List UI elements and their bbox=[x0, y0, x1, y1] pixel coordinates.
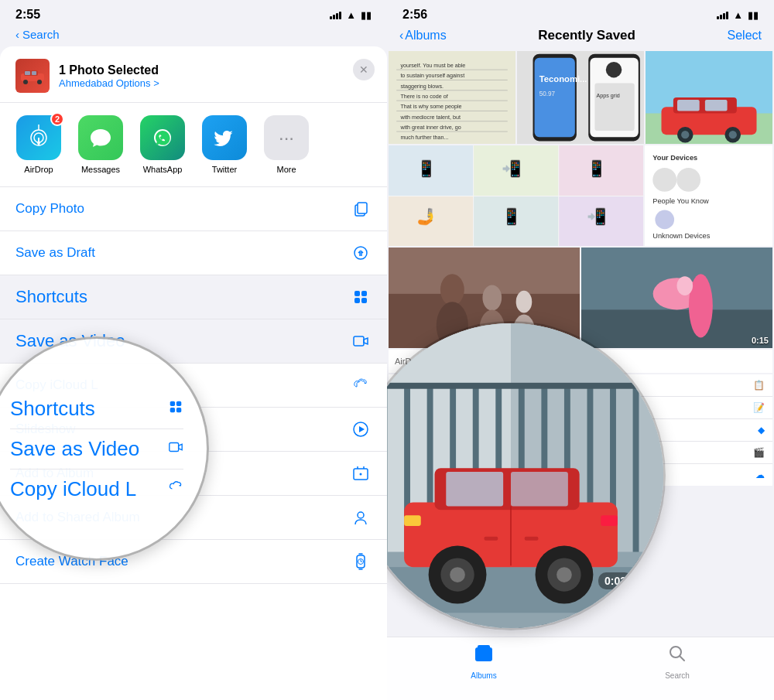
svg-text:much further than...: much further than... bbox=[400, 135, 448, 141]
svg-point-14 bbox=[354, 247, 367, 259]
sm-copy-photo-icon: 📋 bbox=[753, 380, 765, 391]
save-draft-label: Save as Draft bbox=[15, 245, 95, 261]
svg-text:🤳: 🤳 bbox=[416, 207, 437, 227]
svg-rect-125 bbox=[446, 472, 503, 506]
bar1 bbox=[330, 16, 332, 19]
svg-text:There is no code of: There is no code of bbox=[400, 94, 447, 100]
photo-red-car-top[interactable] bbox=[646, 51, 772, 144]
svg-rect-4 bbox=[25, 71, 30, 75]
svg-rect-54 bbox=[535, 58, 575, 138]
photo-notebook[interactable]: yourself. You must be able to sustain yo… bbox=[389, 51, 515, 144]
svg-rect-67 bbox=[705, 100, 728, 111]
svg-text:That is why some people: That is why some people bbox=[400, 104, 461, 110]
airdrop-panel-svg: Your Devices People You Know Unknown Dev… bbox=[645, 145, 772, 246]
copy-photo-item[interactable]: Copy Photo bbox=[0, 187, 387, 231]
mag-icloud-label: Copy iCloud L bbox=[10, 477, 136, 501]
right-wifi-icon: ▲ bbox=[733, 9, 743, 21]
phone-mockup-svg: Teconomi... 50.97 Apps grid bbox=[517, 51, 644, 144]
mag-savevideo-label: Save as Video bbox=[10, 437, 139, 461]
twitter-icon bbox=[211, 125, 238, 151]
left-status-icons: ▲ ▮▮ bbox=[330, 9, 372, 21]
share-title: 1 Photo Selected bbox=[59, 63, 159, 77]
airdrop-icon-container: 2 bbox=[16, 115, 61, 160]
svg-point-96 bbox=[482, 285, 502, 311]
photo-airdrop-panel[interactable]: Your Devices People You Know Unknown Dev… bbox=[645, 145, 772, 246]
svg-text:with great inner drive, go: with great inner drive, go bbox=[399, 125, 461, 131]
back-chevron: ‹ bbox=[15, 28, 19, 41]
photo-row-2: 📱 📲 📱 🤳 📱 📲 Your Devices People You Know bbox=[389, 145, 772, 246]
svg-text:with mediocre talent, but: with mediocre talent, but bbox=[399, 114, 461, 121]
svg-point-90 bbox=[656, 210, 675, 230]
whatsapp-label: WhatsApp bbox=[143, 165, 183, 174]
svg-text:📱: 📱 bbox=[502, 207, 522, 227]
app-item-more[interactable]: ··· More bbox=[263, 115, 310, 174]
svg-rect-136 bbox=[485, 537, 498, 541]
tab-albums[interactable]: Albums bbox=[387, 644, 580, 680]
right-status-icons: ▲ ▮▮ bbox=[717, 9, 759, 21]
magnifier-content: Shortcuts Save as Video bbox=[0, 389, 207, 509]
car-video-duration: 0:03 bbox=[598, 572, 632, 589]
svg-point-129 bbox=[450, 567, 465, 582]
left-back-nav[interactable]: ‹ Search bbox=[0, 25, 387, 47]
svg-rect-34 bbox=[170, 442, 179, 451]
copy-photo-label: Copy Photo bbox=[15, 201, 84, 217]
svg-marker-22 bbox=[359, 426, 365, 432]
left-panel: 2:55 ▲ ▮▮ ‹ Search bbox=[0, 0, 387, 700]
car-thumbnail-icon bbox=[18, 67, 47, 84]
whatsapp-icon-container bbox=[140, 115, 185, 160]
svg-point-94 bbox=[440, 274, 464, 306]
bar2 bbox=[333, 15, 335, 19]
svg-point-69 bbox=[681, 131, 689, 138]
bird-video-duration: 0:15 bbox=[752, 336, 769, 345]
svg-rect-120 bbox=[387, 383, 663, 389]
nav-back[interactable]: ‹ Albums bbox=[399, 29, 447, 43]
right-battery-icon: ▮▮ bbox=[748, 9, 759, 21]
airdrop-badge: 2 bbox=[50, 112, 64, 126]
close-button[interactable]: ✕ bbox=[353, 59, 375, 80]
sm-save-video-icon: 🎬 bbox=[753, 447, 765, 458]
svg-text:📱: 📱 bbox=[416, 159, 437, 179]
search-tab-icon bbox=[667, 644, 687, 668]
sm-icloud-link-icon: ☁ bbox=[755, 470, 765, 480]
app-item-airdrop[interactable]: 2 AirDrop bbox=[15, 115, 62, 174]
svg-text:📲: 📲 bbox=[502, 159, 522, 179]
share-header: 1 Photo Selected Ahmedabad Options > ✕ bbox=[0, 46, 387, 103]
svg-point-2 bbox=[23, 80, 28, 84]
twitter-icon-container bbox=[202, 115, 247, 160]
share-options[interactable]: Options > bbox=[116, 77, 159, 89]
app-item-whatsapp[interactable]: WhatsApp bbox=[139, 115, 186, 174]
svg-rect-19 bbox=[354, 336, 364, 346]
svg-rect-18 bbox=[361, 298, 367, 303]
back-label[interactable]: Search bbox=[22, 28, 60, 41]
save-draft-item[interactable]: Save as Draft bbox=[0, 231, 387, 275]
left-time: 2:55 bbox=[15, 8, 40, 22]
apps-scroll: 2 AirDrop Messages bbox=[0, 103, 387, 187]
tab-bar: Albums Search bbox=[387, 637, 774, 700]
battery-icon: ▮▮ bbox=[361, 9, 372, 21]
airdrop-label: AirDrop bbox=[24, 165, 53, 174]
svg-rect-139 bbox=[478, 645, 490, 649]
svg-rect-17 bbox=[354, 298, 360, 303]
svg-point-24 bbox=[360, 473, 362, 476]
bar3 bbox=[336, 13, 338, 19]
app-item-messages[interactable]: Messages bbox=[77, 115, 124, 174]
shortcuts-item[interactable]: Shortcuts bbox=[0, 275, 387, 319]
sm-shortcuts-icon: ◆ bbox=[758, 425, 765, 435]
right-time: 2:56 bbox=[402, 8, 427, 22]
nav-back-label[interactable]: Albums bbox=[405, 29, 446, 43]
app-item-twitter[interactable]: Twitter bbox=[201, 115, 248, 174]
copy-icloud-icon bbox=[350, 374, 372, 396]
mag-savevideo-icon bbox=[168, 439, 183, 459]
car-scene: 0:03 bbox=[387, 323, 663, 628]
signal-bars bbox=[330, 10, 341, 19]
nav-title: Recently Saved bbox=[538, 28, 635, 43]
svg-text:staggering blows.: staggering blows. bbox=[400, 84, 444, 90]
photo-phone-mockup[interactable]: Teconomi... 50.97 Apps grid bbox=[517, 51, 644, 144]
svg-rect-30 bbox=[170, 401, 175, 405]
photo-hands-grid[interactable]: 📱 📲 📱 🤳 📱 📲 bbox=[389, 145, 643, 246]
tab-search[interactable]: Search bbox=[580, 644, 774, 680]
whatsapp-icon bbox=[149, 125, 176, 151]
nav-select-button[interactable]: Select bbox=[728, 29, 762, 43]
hands-grid-svg: 📱 📲 📱 🤳 📱 📲 bbox=[389, 145, 643, 246]
albums-tab-icon bbox=[474, 644, 494, 668]
